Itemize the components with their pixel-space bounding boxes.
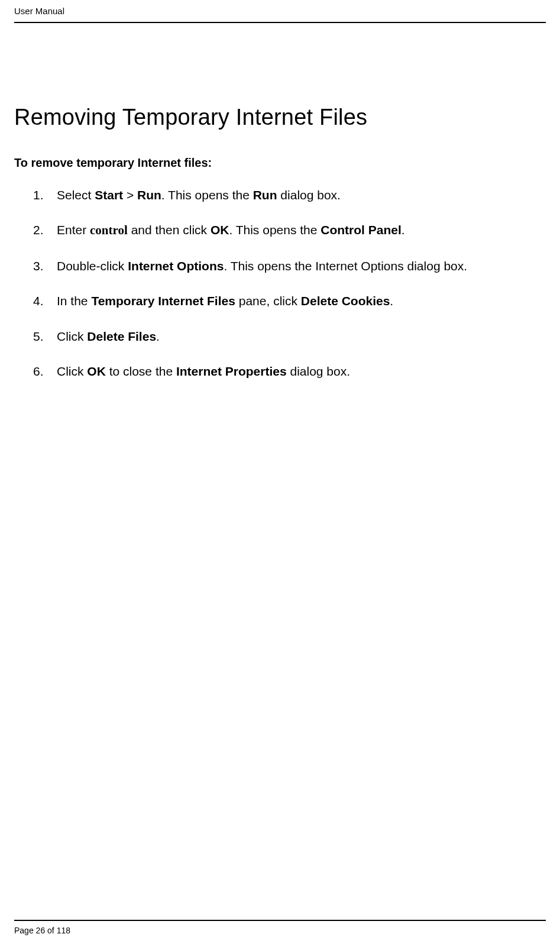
- step-text: Run: [137, 188, 161, 202]
- page-label-prefix: Page: [14, 926, 36, 935]
- step-text: . This opens the Internet Options dialog…: [224, 259, 467, 273]
- step-text: Delete Files: [87, 329, 156, 343]
- step-text: Internet Options: [128, 259, 224, 273]
- step-text: >: [123, 188, 137, 202]
- step-text: Delete Cookies: [301, 294, 390, 308]
- step-text: Click: [57, 329, 87, 343]
- step-text: dialog box.: [277, 188, 341, 202]
- step-text: control: [90, 223, 128, 237]
- section-subheading: To remove temporary Internet files:: [14, 156, 546, 170]
- step-text: dialog box.: [287, 364, 350, 378]
- step-item: Double-click Internet Options. This open…: [39, 257, 546, 274]
- step-text: Double-click: [57, 259, 128, 273]
- step-text: Select: [57, 188, 95, 202]
- step-text: Start: [95, 188, 123, 202]
- page-header: User Manual: [14, 6, 546, 20]
- page-footer: Page 26 of 118: [14, 920, 546, 935]
- step-item: Enter control and then click OK. This op…: [39, 221, 546, 239]
- page-content: Removing Temporary Internet Files To rem…: [14, 23, 546, 380]
- step-text: Enter: [57, 223, 90, 237]
- step-item: In the Temporary Internet Files pane, cl…: [39, 292, 546, 309]
- step-text: .: [390, 294, 393, 308]
- step-text: Run: [253, 188, 277, 202]
- page-title: Removing Temporary Internet Files: [14, 105, 546, 130]
- step-text: .: [402, 223, 405, 237]
- step-item: Select Start > Run. This opens the Run d…: [39, 186, 546, 203]
- page-label-middle: of: [45, 926, 56, 935]
- step-text: . This opens the: [161, 188, 253, 202]
- step-text: .: [156, 329, 160, 343]
- step-text: OK: [211, 223, 229, 237]
- total-pages: 118: [57, 926, 70, 935]
- page-number: 26: [36, 926, 46, 935]
- page-indicator: Page 26 of 118: [14, 926, 546, 935]
- step-item: Click Delete Files.: [39, 328, 546, 345]
- steps-list: Select Start > Run. This opens the Run d…: [14, 186, 546, 380]
- step-text: In the: [57, 294, 91, 308]
- step-text: Control Panel: [321, 223, 402, 237]
- step-text: to close the: [106, 364, 176, 378]
- step-text: and then click: [128, 223, 211, 237]
- step-text: pane, click: [235, 294, 301, 308]
- step-item: Click OK to close the Internet Propertie…: [39, 363, 546, 380]
- step-text: OK: [87, 364, 106, 378]
- footer-divider: [14, 920, 546, 921]
- document-title: User Manual: [14, 6, 64, 16]
- step-text: Internet Properties: [176, 364, 287, 378]
- step-text: . This opens the: [229, 223, 321, 237]
- step-text: Click: [57, 364, 87, 378]
- step-text: Temporary Internet Files: [91, 294, 235, 308]
